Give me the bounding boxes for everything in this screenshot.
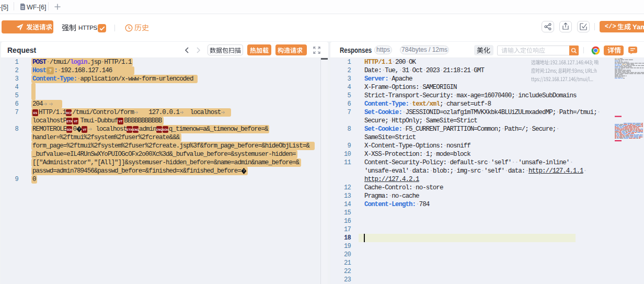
svg-text:?: ?	[78, 127, 80, 131]
svg-text:?: ?	[243, 169, 245, 173]
